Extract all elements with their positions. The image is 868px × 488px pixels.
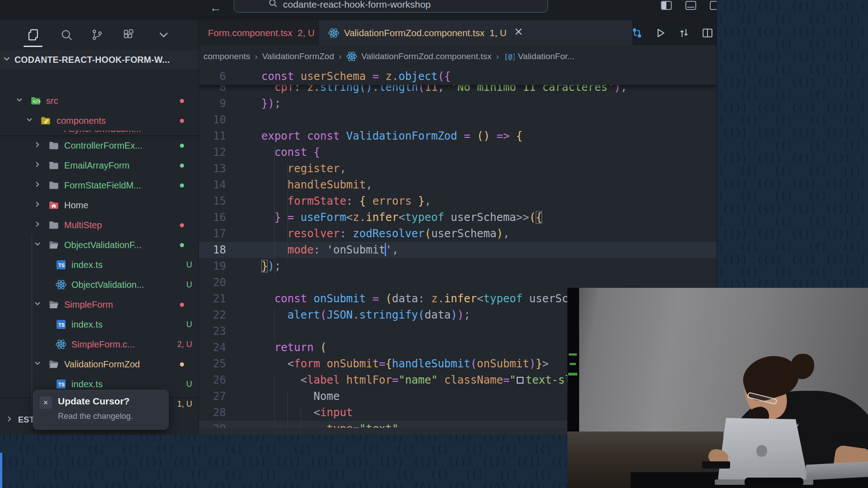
tree-item-home[interactable]: Home [0,195,198,215]
code-line-text: const { [274,144,320,160]
line-number: 26 [199,372,226,388]
tree-item-label: src [46,96,58,106]
code-line-11: 11export const ValidationFormZod = () =>… [199,128,717,144]
tree-item-controllerformex-[interactable]: ControllerFormEx... [0,136,198,155]
folder-closed-icon [48,160,60,171]
webcam-overlay [567,288,868,488]
sidebar-section-1[interactable]: LINHA DO TEMPO [0,430,198,435]
breadcrumb-item[interactable]: [@]ValidationFor... [504,51,575,62]
folder-closed-icon [48,219,60,231]
line-number: 25 [199,356,226,372]
line-number: 23 [199,323,226,339]
tree-item-simpleform[interactable]: SimpleForm [0,295,198,314]
git-status-dot [180,99,184,103]
toast-body[interactable]: Read the changelog. [58,412,133,421]
line-number: 10 [199,112,226,128]
git-status-badge: U [186,320,192,329]
breadcrumb-item[interactable]: ValidationFormZod [262,52,334,61]
tree-item-index-ts[interactable]: TSindex.tsU [0,255,198,275]
breadcrumb[interactable]: components›ValidationFormZod›ValidationF… [199,45,717,68]
code-line-19: 19}); [199,258,717,274]
layout-panel-icon[interactable] [685,1,696,10]
tab-label: ValidationFormZod.component.tsx 1, U [344,28,507,38]
tree-item-emailarrayform[interactable]: EmailArrayForm [0,155,198,175]
breadcrumb-separator: › [496,52,499,61]
section-label: EST [18,415,34,425]
screen-edge-accent [0,453,2,488]
git-status-badge: 2, U [177,340,192,349]
play-icon[interactable] [655,27,666,39]
chevron-right-icon [5,435,14,435]
tab-form-component-tsx[interactable]: Form.component.tsx 2, U [199,20,319,45]
split-editor-icon[interactable] [702,27,713,39]
breadcrumb-item[interactable]: ValidationFormZod.component.tsx [346,51,491,62]
editor-actions [631,20,713,45]
tree-item-label: ObjectValidationF... [64,240,142,250]
breadcrumb-label: components [203,52,250,61]
svg-text:TS: TS [58,382,65,387]
tree-item-formstatefieldm-[interactable]: FormStateFieldM... [0,175,198,195]
file-tree: </>srccomponentsControllerFormEx...Email… [0,20,198,435]
chevron-right-icon [33,180,42,191]
tree-item-simpleform-c-[interactable]: SimpleForm.c...2, U [0,334,198,354]
code-line-text: register, [288,160,346,177]
git-status-dot [180,164,184,168]
layout-sidebar-icon[interactable] [661,1,672,10]
command-center-search[interactable]: codante-react-hook-form-workshop [234,0,548,13]
chevron-down-icon [33,240,42,250]
toast-close-button[interactable]: × [39,396,52,409]
react-icon [55,338,67,350]
git-status-dot [180,183,184,188]
line-number: 24 [199,339,226,356]
react-icon [346,51,358,62]
sticky-tree-shadow [0,136,198,136]
git-status-badge: U [186,380,192,389]
tree-item-label: SimpleForm.c... [71,339,135,350]
breadcrumb-label: ValidationFormZod [262,52,334,61]
svg-text:</>: </> [33,99,41,104]
code-line-9: 9}); [199,95,717,112]
tab-validationformzod-component-tsx[interactable]: ValidationFormZod.component.tsx 1, U [319,20,633,45]
symbol-icon: [@] [504,51,514,62]
breadcrumb-label: ValidationFormZod.component.tsx [361,52,491,61]
breadcrumb-item[interactable]: components [203,52,250,61]
code-line-16: 16} = useForm<z.infer<typeof userSchema>… [199,209,717,225]
code-line-13: 13register, [199,160,717,177]
swap-icon[interactable] [678,27,690,39]
back-icon[interactable]: ← [209,1,222,14]
tree-item-components[interactable]: components [0,111,198,131]
code-line-18: 18mode: 'onSubmit', [199,242,717,258]
layout-secondary-sidebar-icon[interactable] [710,1,717,10]
chevron-down-icon [33,359,42,370]
tree-item-objectvalidation-[interactable]: ObjectValidation...U [0,275,198,295]
chevron-right-icon [33,160,42,171]
code-line-text: formState: { errors }, [288,193,431,209]
trackpad-device [702,461,730,469]
folder-open-icon [48,299,60,310]
git-status-dot [180,303,184,307]
tree-item-validationformzod[interactable]: ValidationFormZod [0,354,198,374]
svg-text:TS: TS [58,263,65,268]
tree-item-index-ts[interactable]: TSindex.tsU [0,314,198,334]
git-status-badge: U [186,280,192,290]
line-number: 6 [199,68,226,84]
code-line-17: 17resolver: zodResolver(userSchema), [199,225,717,242]
git-status-dot [180,362,184,366]
sticky-line-6: 6const userSchema = z.object({ [199,68,717,84]
chevron-right-icon [33,141,42,151]
folder-components-icon [40,115,52,127]
tree-item-label: components [57,116,106,126]
line-number: 18 [199,242,226,258]
tree-item-multistep[interactable]: MultiStep [0,215,198,235]
git-compare-icon[interactable] [631,27,643,39]
tree-item-label: index.ts [71,379,103,389]
code-line-text: alert(JSON.stringify(data)); [288,307,471,323]
line-number: 17 [199,225,226,242]
code-line-text: const userSchema = z.object({ [261,68,451,84]
line-number: 27 [199,388,226,404]
tree-item-src[interactable]: </>src [0,91,198,111]
tree-item-objectvalidationf-[interactable]: ObjectValidationF... [0,235,198,255]
presenter-hair-bun [791,354,814,379]
tailwind-color-swatch-dark [517,377,524,384]
close-icon[interactable] [514,27,523,39]
